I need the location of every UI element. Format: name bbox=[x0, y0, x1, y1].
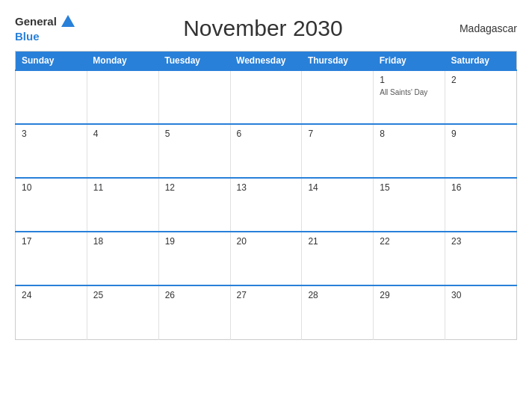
day-number: 7 bbox=[308, 129, 367, 139]
day-number: 22 bbox=[380, 236, 439, 247]
calendar-cell: 6 bbox=[230, 124, 302, 178]
col-header-saturday: Saturday bbox=[445, 52, 517, 71]
calendar-cell: 5 bbox=[158, 124, 230, 178]
calendar-cell: 16 bbox=[445, 178, 517, 232]
day-number: 12 bbox=[165, 182, 224, 193]
calendar-table: SundayMondayTuesdayWednesdayThursdayFrid… bbox=[15, 51, 517, 340]
calendar-cell: 1All Saints' Day bbox=[374, 70, 445, 124]
day-number: 8 bbox=[380, 129, 439, 139]
calendar-cell: 10 bbox=[16, 178, 87, 232]
calendar-title: November 2030 bbox=[76, 16, 450, 41]
day-number: 3 bbox=[22, 129, 81, 139]
calendar-cell: 27 bbox=[230, 285, 302, 339]
calendar-cell: 11 bbox=[87, 178, 158, 232]
day-number: 17 bbox=[22, 236, 81, 247]
calendar-cell bbox=[302, 70, 374, 124]
day-number: 28 bbox=[308, 290, 367, 300]
calendar-cell bbox=[87, 70, 158, 124]
day-number: 21 bbox=[308, 236, 367, 247]
calendar-cell: 23 bbox=[445, 232, 517, 285]
week-row-3: 10111213141516 bbox=[16, 178, 517, 232]
day-number: 20 bbox=[237, 236, 296, 247]
week-row-5: 24252627282930 bbox=[16, 285, 517, 339]
col-header-thursday: Thursday bbox=[302, 52, 374, 71]
day-number: 18 bbox=[93, 236, 152, 247]
logo-icon bbox=[60, 13, 76, 30]
col-header-monday: Monday bbox=[87, 52, 158, 71]
calendar-cell: 24 bbox=[16, 285, 87, 339]
calendar-cell: 9 bbox=[445, 124, 517, 178]
calendar-cell: 22 bbox=[374, 232, 445, 285]
calendar-cell: 20 bbox=[230, 232, 302, 285]
col-header-tuesday: Tuesday bbox=[158, 52, 230, 71]
calendar-cell: 19 bbox=[158, 232, 230, 285]
day-number: 23 bbox=[451, 236, 510, 247]
calendar-cell: 15 bbox=[374, 178, 445, 232]
col-header-sunday: Sunday bbox=[16, 52, 87, 71]
header: General Blue November 2030 Madagascar bbox=[15, 13, 517, 43]
day-number: 30 bbox=[451, 290, 510, 300]
logo-blue-text: Blue bbox=[15, 30, 40, 43]
day-number: 15 bbox=[380, 182, 439, 193]
week-row-1: 1All Saints' Day2 bbox=[16, 70, 517, 124]
day-number: 25 bbox=[93, 290, 152, 300]
col-header-wednesday: Wednesday bbox=[230, 52, 302, 71]
calendar-page: General Blue November 2030 Madagascar Su… bbox=[0, 0, 532, 411]
calendar-cell: 2 bbox=[445, 70, 517, 124]
day-number: 26 bbox=[165, 290, 224, 300]
day-number: 14 bbox=[308, 182, 367, 193]
day-number: 29 bbox=[380, 290, 439, 300]
calendar-header-row: SundayMondayTuesdayWednesdayThursdayFrid… bbox=[16, 52, 517, 71]
calendar-cell bbox=[230, 70, 302, 124]
day-number: 10 bbox=[22, 182, 81, 193]
calendar-cell: 25 bbox=[87, 285, 158, 339]
day-number: 19 bbox=[165, 236, 224, 247]
day-number: 24 bbox=[22, 290, 81, 300]
calendar-cell: 29 bbox=[374, 285, 445, 339]
country-label: Madagascar bbox=[450, 22, 517, 34]
holiday-label: All Saints' Day bbox=[380, 88, 427, 96]
calendar-cell: 14 bbox=[302, 178, 374, 232]
logo-general-text: General bbox=[15, 16, 57, 28]
day-number: 11 bbox=[93, 182, 152, 193]
calendar-cell: 3 bbox=[16, 124, 87, 178]
calendar-cell: 13 bbox=[230, 178, 302, 232]
calendar-cell bbox=[158, 70, 230, 124]
calendar-cell: 17 bbox=[16, 232, 87, 285]
calendar-cell: 21 bbox=[302, 232, 374, 285]
week-row-4: 17181920212223 bbox=[16, 232, 517, 285]
calendar-cell: 4 bbox=[87, 124, 158, 178]
calendar-cell bbox=[16, 70, 87, 124]
logo: General Blue bbox=[15, 13, 76, 43]
svg-marker-0 bbox=[61, 15, 75, 27]
calendar-cell: 28 bbox=[302, 285, 374, 339]
calendar-cell: 8 bbox=[374, 124, 445, 178]
day-number: 16 bbox=[451, 182, 510, 193]
day-number: 1 bbox=[380, 75, 439, 85]
day-number: 13 bbox=[237, 182, 296, 193]
calendar-cell: 18 bbox=[87, 232, 158, 285]
calendar-cell: 30 bbox=[445, 285, 517, 339]
day-number: 5 bbox=[165, 129, 224, 139]
day-number: 6 bbox=[237, 129, 296, 139]
day-number: 4 bbox=[93, 129, 152, 139]
week-row-2: 3456789 bbox=[16, 124, 517, 178]
calendar-cell: 7 bbox=[302, 124, 374, 178]
day-number: 2 bbox=[451, 75, 510, 85]
col-header-friday: Friday bbox=[374, 52, 445, 71]
calendar-cell: 26 bbox=[158, 285, 230, 339]
day-number: 27 bbox=[237, 290, 296, 300]
calendar-cell: 12 bbox=[158, 178, 230, 232]
day-number: 9 bbox=[451, 129, 510, 139]
